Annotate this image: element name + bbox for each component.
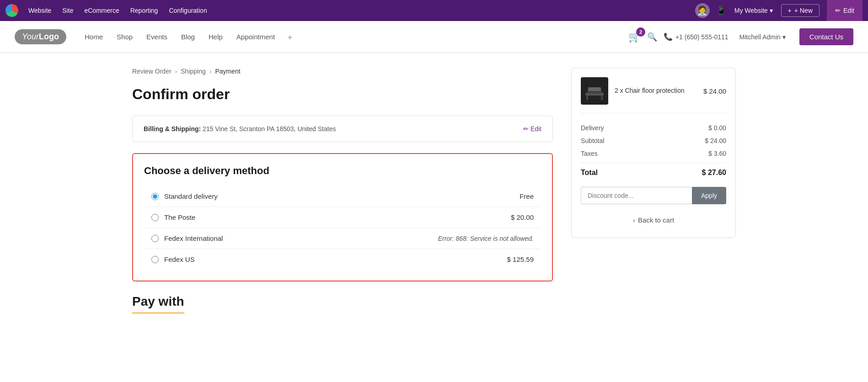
billing-address: 215 Vine St, Scranton PA 18503, United S… — [203, 125, 336, 133]
nav-help[interactable]: Help — [203, 29, 228, 44]
admin-nav-reporting[interactable]: Reporting — [126, 5, 163, 16]
breadcrumb-review-order[interactable]: Review Order — [132, 68, 171, 75]
delivery-label-standard: Standard delivery — [164, 192, 218, 200]
subtotal-value: $ 24.00 — [705, 137, 726, 144]
contact-us-button[interactable]: Contact Us — [799, 28, 853, 45]
nav-home[interactable]: Home — [79, 29, 108, 44]
delivery-price-standard: Free — [520, 192, 534, 200]
edit-button[interactable]: ✏ Edit — [827, 0, 863, 21]
page-title: Confirm order — [132, 86, 553, 103]
nav-icons: 🛒 2 🔍 📞 +1 (650) 555-0111 Mitchell Admin… — [628, 28, 853, 45]
delivery-label-poste: The Poste — [164, 213, 195, 221]
item-image — [584, 80, 605, 102]
billing-label: Billing & Shipping: — [144, 125, 201, 133]
nav-blog[interactable]: Blog — [176, 29, 200, 44]
summary-row-subtotal: Subtotal $ 24.00 — [581, 134, 726, 147]
admin-nav-website[interactable]: Website — [24, 5, 56, 16]
svg-rect-4 — [601, 96, 603, 100]
item-thumbnail — [581, 77, 608, 105]
delivery-price-fedex-us: $ 125.59 — [507, 255, 534, 263]
site-logo[interactable]: YourLogo — [15, 29, 66, 44]
user-menu[interactable]: Mitchell Admin ▾ — [739, 33, 786, 41]
back-to-cart-button[interactable]: ‹ Back to cart — [581, 212, 726, 228]
admin-nav-site[interactable]: Site — [58, 5, 78, 16]
nav-links: Home Shop Events Blog Help Appointment ＋ — [79, 29, 628, 44]
pencil-icon: ✏ — [835, 7, 841, 14]
plus-icon: + — [788, 7, 792, 14]
left-panel: Review Order › Shipping › Payment Confir… — [132, 68, 553, 313]
edit-pencil-icon: ✏ — [523, 125, 529, 133]
discount-input[interactable] — [581, 187, 692, 204]
svg-rect-3 — [586, 96, 588, 100]
summary-row-total: Total $ 27.60 — [581, 163, 726, 180]
cart-icon-button[interactable]: 🛒 2 — [628, 31, 641, 43]
avatar: 🧑‍💼 — [695, 3, 710, 18]
breadcrumb-sep-2: › — [209, 68, 212, 75]
item-name: 2 x Chair floor protection — [615, 86, 697, 96]
item-price: $ 24.00 — [703, 87, 726, 95]
summary-rows: Delivery $ 0.00 Subtotal $ 24.00 Taxes $… — [581, 122, 726, 180]
back-to-cart-label: Back to cart — [638, 216, 674, 224]
summary-row-delivery: Delivery $ 0.00 — [581, 122, 726, 134]
order-card: 2 x Chair floor protection $ 24.00 Deliv… — [571, 68, 736, 238]
discount-section: Apply — [581, 187, 726, 204]
delivery-radio-standard[interactable] — [151, 193, 159, 200]
delivery-radio-fedex-us[interactable] — [151, 256, 159, 263]
summary-row-taxes: Taxes $ 3.60 — [581, 147, 726, 160]
logo-logo: Logo — [39, 32, 59, 41]
svg-rect-2 — [588, 87, 601, 91]
admin-nav-configuration[interactable]: Configuration — [164, 5, 211, 16]
nav-events[interactable]: Events — [141, 29, 173, 44]
delivery-section: Choose a delivery method Standard delive… — [132, 153, 553, 281]
admin-bar: Website Site eCommerce Reporting Configu… — [0, 0, 868, 21]
admin-nav-ecommerce[interactable]: eCommerce — [80, 5, 123, 16]
total-value: $ 27.60 — [702, 169, 726, 177]
delivery-value: $ 0.00 — [708, 124, 726, 132]
delivery-label-fedex-intl: Fedex International — [164, 234, 223, 242]
delivery-radio-poste[interactable] — [151, 214, 159, 221]
search-icon[interactable]: 🔍 — [647, 32, 657, 42]
delivery-error-fedex-intl: Error: 868: Service is not allowed. — [438, 235, 534, 242]
nav-shop[interactable]: Shop — [111, 29, 138, 44]
taxes-value: $ 3.60 — [708, 150, 726, 157]
my-website-button[interactable]: My Website ▾ — [731, 5, 777, 16]
pay-with-title: Pay with — [132, 294, 184, 313]
delivery-option-fedex-intl[interactable]: Fedex International Error: 868: Service … — [144, 228, 541, 249]
odoo-logo — [5, 4, 18, 17]
order-item: 2 x Chair floor protection $ 24.00 — [581, 77, 726, 113]
delivery-label: Delivery — [581, 124, 604, 132]
delivery-radio-fedex-intl[interactable] — [151, 235, 159, 242]
item-info: 2 x Chair floor protection — [615, 86, 697, 96]
delivery-label-fedex-us: Fedex US — [164, 255, 195, 263]
breadcrumb-shipping[interactable]: Shipping — [181, 68, 206, 75]
billing-text: Billing & Shipping: 215 Vine St, Scranto… — [144, 125, 336, 133]
breadcrumb-sep-1: › — [175, 68, 177, 75]
breadcrumb-payment: Payment — [215, 68, 240, 75]
chevron-down-icon: ▾ — [770, 7, 773, 14]
delivery-option-poste[interactable]: The Poste $ 20.00 — [144, 207, 541, 228]
apply-button[interactable]: Apply — [692, 187, 726, 204]
back-chevron-icon: ‹ — [633, 216, 635, 224]
billing-edit-button[interactable]: ✏ Edit — [523, 125, 541, 133]
delivery-option-fedex-us[interactable]: Fedex US $ 125.59 — [144, 249, 541, 270]
delivery-option-standard[interactable]: Standard delivery Free — [144, 186, 541, 207]
billing-card: Billing & Shipping: 215 Vine St, Scranto… — [132, 116, 553, 142]
delivery-title: Choose a delivery method — [144, 165, 541, 177]
total-label: Total — [581, 169, 598, 177]
nav-add-menu-icon[interactable]: ＋ — [283, 30, 297, 44]
delivery-price-poste: $ 20.00 — [511, 213, 534, 221]
right-panel: 2 x Chair floor protection $ 24.00 Deliv… — [571, 68, 736, 313]
phone-number: +1 (650) 555-0111 — [675, 33, 729, 41]
mobile-icon[interactable]: 📱 — [716, 5, 726, 16]
website-nav: YourLogo Home Shop Events Blog Help Appo… — [0, 21, 868, 53]
new-button[interactable]: + + New — [781, 4, 820, 17]
delivery-options: Standard delivery Free The Poste $ 20.00 — [144, 186, 541, 270]
nav-appointment[interactable]: Appointment — [231, 29, 280, 44]
user-chevron-icon: ▾ — [782, 33, 786, 41]
subtotal-label: Subtotal — [581, 137, 604, 144]
phone-icon: 📞 — [664, 32, 673, 41]
user-name: Mitchell Admin — [739, 33, 781, 41]
taxes-label: Taxes — [581, 150, 598, 157]
cart-count-badge: 2 — [636, 27, 645, 37]
main-content: Review Order › Shipping › Payment Confir… — [114, 53, 754, 328]
